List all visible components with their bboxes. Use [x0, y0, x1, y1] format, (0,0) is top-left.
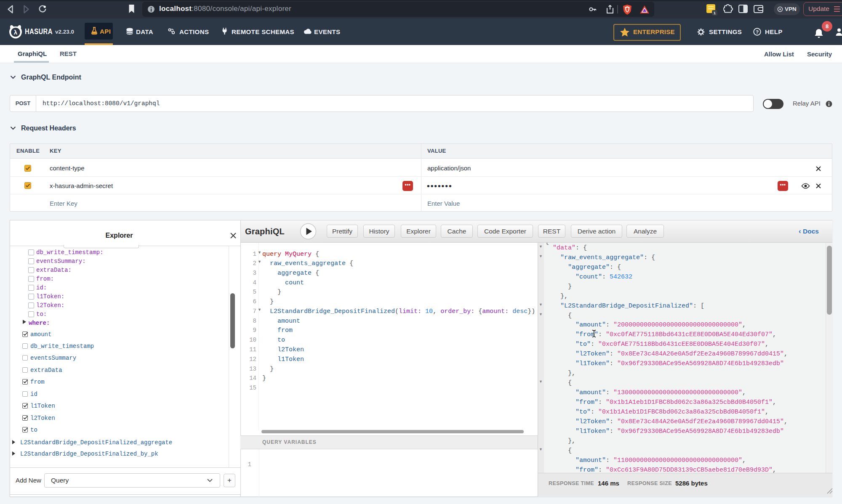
svg-text:?: ?: [756, 29, 759, 34]
svg-text:λ: λ: [14, 29, 18, 36]
